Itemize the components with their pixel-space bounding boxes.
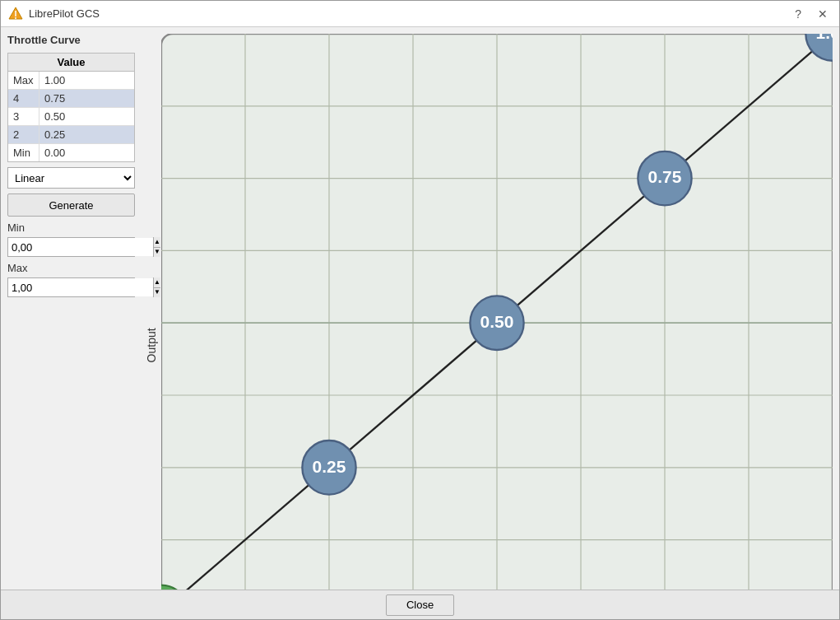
main-content: Throttle Curve Value Max 1.00 4 0.75 3 0… — [1, 27, 839, 590]
close-button[interactable]: Close — [386, 594, 454, 616]
help-button[interactable]: ? — [790, 6, 806, 22]
chart-area: Output — [142, 34, 833, 583]
panel-title: Throttle Curve — [7, 34, 135, 46]
table-header: Value — [8, 54, 134, 72]
window-close-button[interactable]: ✕ — [813, 6, 833, 22]
table-row[interactable]: Max 1.00 — [8, 72, 134, 90]
row-value: 0.25 — [39, 126, 134, 143]
table-row[interactable]: Min 0.00 — [8, 144, 134, 161]
footer-bar: Close — [1, 590, 839, 619]
y-axis-label: Output — [142, 34, 161, 590]
row-value: 0.75 — [39, 90, 134, 107]
max-section: Max ▲ ▼ — [7, 262, 135, 297]
curve-dropdown-row: LinearExponentialLogarithmic — [7, 167, 135, 189]
table-row[interactable]: 3 0.50 — [8, 108, 134, 126]
titlebar: LibrePilot GCS ? ✕ — [1, 1, 839, 27]
svg-text:0.25: 0.25 — [313, 457, 346, 476]
min-spin: ▲ ▼ — [7, 237, 135, 257]
row-value: 1.00 — [39, 72, 134, 89]
left-panel: Throttle Curve Value Max 1.00 4 0.75 3 0… — [7, 34, 135, 583]
chart-canvas: 0.00 0.25 0.50 0.75 — [161, 34, 833, 590]
row-label: 3 — [8, 108, 39, 125]
row-label: Min — [8, 144, 39, 161]
chart-with-labels: Output — [142, 34, 833, 590]
main-window: LibrePilot GCS ? ✕ Throttle Curve Value … — [0, 0, 840, 620]
chart-svg[interactable]: 0.00 0.25 0.50 0.75 — [161, 34, 833, 590]
min-section: Min ▲ ▼ — [7, 221, 135, 257]
curve-select[interactable]: LinearExponentialLogarithmic — [7, 167, 135, 189]
titlebar-buttons: ? ✕ — [790, 6, 833, 22]
chart-and-x: 0.00 0.25 0.50 0.75 — [161, 34, 833, 590]
max-label: Max — [7, 262, 135, 274]
table-row[interactable]: 2 0.25 — [8, 126, 134, 144]
app-title: LibrePilot GCS — [29, 7, 100, 20]
svg-text:0.75: 0.75 — [648, 167, 682, 186]
row-value: 0.00 — [39, 144, 134, 161]
row-label: 2 — [8, 126, 39, 143]
max-spin: ▲ ▼ — [7, 277, 135, 297]
min-input[interactable] — [8, 238, 153, 256]
titlebar-left: LibrePilot GCS — [7, 6, 100, 22]
svg-point-2 — [15, 17, 16, 19]
svg-text:0.50: 0.50 — [480, 312, 514, 331]
max-input[interactable] — [8, 278, 153, 296]
svg-text:1.00: 1.00 — [816, 34, 833, 42]
table-row[interactable]: 4 0.75 — [8, 90, 134, 108]
generate-button[interactable]: Generate — [7, 193, 135, 217]
row-label: 4 — [8, 90, 39, 107]
min-label: Min — [7, 221, 135, 234]
throttle-table: Value Max 1.00 4 0.75 3 0.50 2 0.25 Min … — [7, 53, 135, 162]
app-icon — [7, 6, 24, 22]
row-label: Max — [8, 72, 39, 89]
row-value: 0.50 — [39, 108, 134, 125]
